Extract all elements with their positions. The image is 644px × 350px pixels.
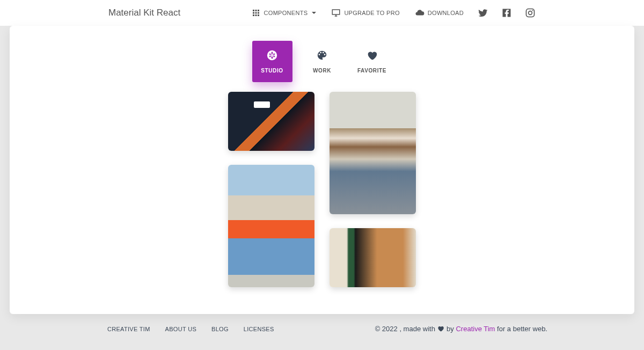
gallery-image[interactable]: [228, 92, 314, 151]
brand-title[interactable]: Material Kit React: [9, 8, 180, 18]
nav-upgrade[interactable]: Upgrade to Pro: [325, 3, 406, 23]
copyright-suffix: for a better web.: [497, 325, 547, 333]
gallery-image[interactable]: [330, 92, 416, 214]
monitor-icon: [331, 8, 341, 18]
footer-link-about[interactable]: About Us: [165, 326, 196, 332]
tab-favorite[interactable]: FAVORITE: [352, 41, 392, 82]
tab-work[interactable]: WORK: [302, 41, 342, 82]
cloud-download-icon: [415, 8, 425, 18]
nav: Components Upgrade to Pro Download: [245, 3, 635, 23]
footer-copyright: © 2022 , made with by Creative Tim for a…: [375, 325, 547, 333]
palette-icon: [316, 49, 328, 61]
tab-work-label: WORK: [313, 68, 331, 74]
gallery-image[interactable]: [330, 228, 416, 287]
chevron-down-icon: [312, 12, 316, 14]
svg-point-1: [529, 11, 532, 15]
footer-link-licenses[interactable]: Licenses: [244, 326, 274, 332]
nav-download-label: Download: [428, 10, 464, 16]
nav-upgrade-label: Upgrade to Pro: [344, 10, 399, 16]
footer-link-creative-tim[interactable]: Creative Tim: [107, 326, 150, 332]
gallery-col-left: [228, 92, 314, 287]
nav-download[interactable]: Download: [408, 3, 470, 23]
gallery-col-right: [330, 92, 416, 287]
svg-point-2: [532, 10, 533, 11]
tab-favorite-label: FAVORITE: [357, 68, 386, 74]
copyright-link[interactable]: Creative Tim: [456, 325, 495, 333]
instagram-icon[interactable]: [525, 8, 536, 18]
tab-studio[interactable]: STUDIO: [252, 41, 292, 82]
footer: Creative Tim About Us Blog Licenses © 20…: [0, 314, 644, 344]
heart-icon: [437, 325, 444, 332]
footer-links: Creative Tim About Us Blog Licenses: [107, 326, 274, 332]
camera-icon: [266, 49, 278, 61]
nav-components-label: Components: [264, 10, 308, 16]
heart-icon: [366, 49, 378, 61]
gallery-image[interactable]: [228, 165, 314, 287]
gallery: [10, 92, 634, 287]
footer-link-blog[interactable]: Blog: [211, 326, 229, 332]
main-card: STUDIO WORK FAVORITE: [10, 26, 634, 314]
tabs: STUDIO WORK FAVORITE: [10, 26, 634, 82]
nav-components[interactable]: Components: [245, 3, 323, 23]
facebook-icon[interactable]: [501, 8, 512, 18]
twitter-icon[interactable]: [478, 8, 488, 18]
tab-studio-label: STUDIO: [261, 68, 283, 74]
copyright-by: by: [447, 325, 456, 333]
apps-icon: [251, 8, 261, 18]
copyright-prefix: © 2022 , made with: [375, 325, 437, 333]
header: Material Kit React Components Upgrade to…: [0, 0, 644, 26]
